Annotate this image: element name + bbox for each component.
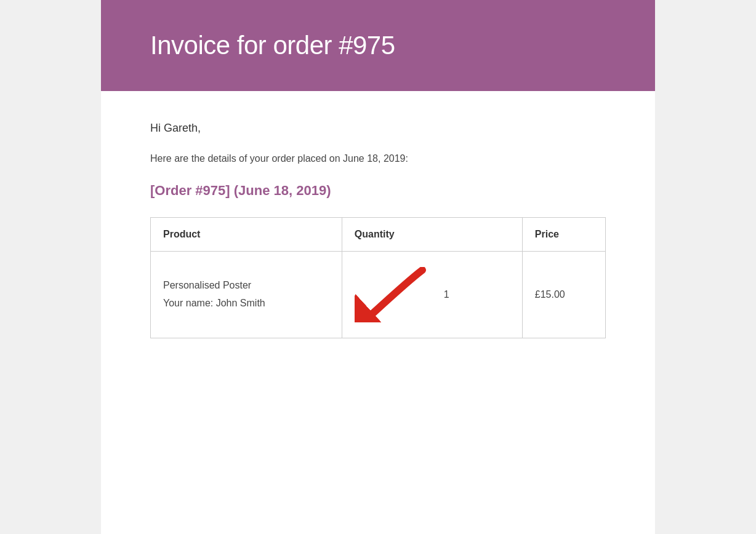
product-cell: Personalised Poster Your name: John Smit… — [151, 252, 342, 338]
table-header-row: Product Quantity Price — [151, 218, 606, 252]
order-details-text: Here are the details of your order place… — [150, 153, 606, 164]
order-table: Product Quantity Price Personalised Post… — [150, 217, 606, 338]
order-link[interactable]: [Order #975] (June 18, 2019) — [150, 183, 606, 199]
product-name: Personalised Poster — [163, 277, 329, 295]
price-cell: £15.00 — [522, 252, 605, 338]
invoice-title: Invoice for order #975 — [150, 31, 606, 60]
email-container: Invoice for order #975 Hi Gareth, Here a… — [0, 0, 756, 534]
red-arrow-icon — [355, 267, 428, 322]
table-row: Personalised Poster Your name: John Smit… — [151, 252, 606, 338]
column-header-quantity: Quantity — [342, 218, 522, 252]
quantity-value: 1 — [444, 289, 449, 300]
product-meta: Your name: John Smith — [163, 295, 329, 313]
column-header-product: Product — [151, 218, 342, 252]
quantity-with-arrow: 1 — [355, 267, 510, 322]
quantity-cell: 1 — [342, 252, 522, 338]
email-inner: Invoice for order #975 Hi Gareth, Here a… — [101, 0, 655, 534]
greeting-text: Hi Gareth, — [150, 122, 606, 135]
email-body: Hi Gareth, Here are the details of your … — [101, 91, 655, 369]
column-header-price: Price — [522, 218, 605, 252]
email-header: Invoice for order #975 — [101, 0, 655, 91]
